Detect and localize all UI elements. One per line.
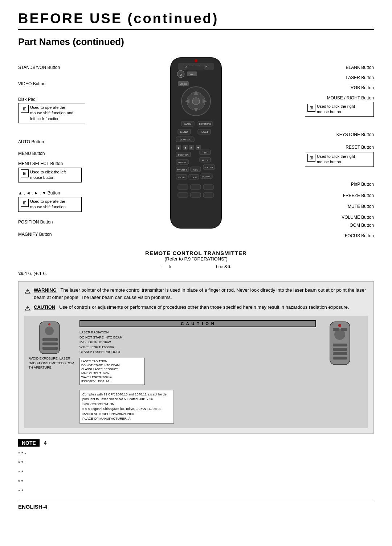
compliance-box: Complies with 21 CFR 1040.10 and 1040.11… [79,390,174,424]
svg-text:MENU: MENU [180,131,188,133]
svg-rect-57 [191,185,201,189]
diskpad-info-box: ⊞ Used to operate themouse shift functio… [18,103,85,123]
remote-subtitle: (Refer to P.9 "OPERATIONS") [18,256,374,262]
warning-icon-2: ⚠ [24,304,31,313]
bottom-lang: ENGLISH-4 [18,502,374,510]
svg-rect-8 [187,66,205,70]
label-mouse-right: MOUSE / RIGHT Button [327,95,374,100]
svg-rect-65 [42,338,58,341]
arrow-info-text: Used to operate themouse shift function. [30,199,67,210]
note-item-3: * [18,468,374,477]
svg-point-62 [195,59,197,62]
label-laser: LASER Button [346,75,374,80]
label-rgb: RGB Button [351,85,374,90]
diskpad-icon: ⊞ [21,105,29,113]
label-video: VIDEO Button [18,81,45,86]
caution-left: AVOID EXPOSURE: LASER RADIATIONS EMITTED… [29,320,76,370]
svg-rect-61 [203,193,213,197]
warning-row-1: ⚠ WARNING The laser pointer of the remot… [24,287,368,301]
svg-text:VOLUME: VOLUME [202,176,211,178]
note-item-2: * - [18,458,374,468]
arrow-info-box: ⊞ Used to operate themouse shift functio… [18,197,82,212]
warning-row-2: ⚠ CAUTION Use of controls or adjustments… [24,304,368,313]
svg-text:POSITION: POSITION [178,154,189,156]
svg-rect-77 [341,328,347,331]
note-section: NOTE 4 * - * - * * * [18,439,374,496]
svg-text:VIDEO: VIDEO [180,83,187,85]
caution-small-text: LASER RADIATION DO NOT STARE INTO BEAM C… [79,358,145,385]
svg-text:KEYSTONE: KEYSTONE [199,123,211,125]
note-label: NOTE [18,439,40,447]
caution-remote-left-svg [36,320,69,356]
label-oom: OOM Button [350,223,374,228]
label-auto: AUTO Button [18,139,44,144]
svg-rect-72 [333,348,347,351]
label-menuselect: MENU SELECT Button [18,161,63,166]
svg-text:AUTO: AUTO [184,123,191,125]
svg-rect-67 [42,347,58,350]
svg-rect-60 [191,193,201,197]
svg-text:RESET: RESET [200,131,208,133]
label-diskpad: Disk Pad [18,97,36,102]
label-reset: RESET Button [346,145,374,150]
menuselect-info-text: Used to click the leftmouse button. [30,169,66,181]
svg-text:RGB: RGB [189,73,194,75]
page-ref-line: - 5 6 & &6. [18,264,374,269]
note-item-4: * [18,477,374,487]
page-ref-6: 6 & &6. [216,264,232,269]
svg-text:MAGNIFY: MAGNIFY [177,169,187,171]
label-menu: MENU Button [18,151,45,156]
svg-text:PinP: PinP [203,152,208,154]
caution-label-box: C A U T I O N [79,320,316,327]
svg-text:GEE: GEE [193,169,198,171]
warning-body-1: The laser pointer of the remote control … [34,287,366,300]
svg-point-64 [45,327,54,335]
svg-text:FOCUS: FOCUS [178,176,185,178]
page-title: BEFORE USE (continued) [18,11,374,30]
section-title: Part Names (continued) [18,36,374,48]
label-focus: FOCUS Button [345,233,374,238]
mouse-right-icon: ⊞ [307,104,315,112]
svg-text:⏻: ⏻ [180,73,182,76]
svg-text:VOLUME: VOLUME [204,167,213,169]
svg-point-15 [192,98,200,105]
menuselect-icon: ⊞ [21,169,29,177]
svg-text:▼: ▼ [197,146,200,149]
svg-text:►: ► [190,146,193,149]
note-number: 4 [44,440,47,446]
caution-image-area: AVOID EXPOSURE: LASER RADIATIONS EMITTED… [24,316,368,428]
warning-text-1: WARNING The laser pointer of the remote … [34,287,368,301]
mouse-right-info-text: Used to click the rightmouse button. [317,104,355,115]
svg-text:▲: ▲ [177,146,180,149]
page-ref-dash: - [160,264,162,269]
note-item-1: * - [18,449,374,458]
svg-rect-58 [203,185,213,189]
warning-label-2: CAUTION [34,304,55,310]
caution-right [320,320,363,367]
reset-icon: ⊞ [307,154,315,162]
warning-icon-1: ⚠ [24,287,31,296]
arrow-icon: ⊞ [21,199,29,207]
reset-info-box: ⊞ Used to click the rightmouse button. [305,152,374,167]
svg-text:MENU SEL: MENU SEL [180,139,191,141]
svg-point-68 [48,323,50,325]
label-volume: VOLUME Button [342,215,374,220]
remote-control-image: BLANK LASER ⏻ RGB VIDEO [156,54,236,239]
page-ref-7: '/$.4 6. (+.1 6. [18,271,374,276]
svg-point-75 [338,324,341,327]
remote-title-area: REMOTE CONTROL TRANSMITTER (Refer to P.9… [18,250,374,262]
note-item-5: * [18,487,374,496]
diagram-container: STANDBY/ON Button VIDEO Button Disk Pad … [18,54,374,246]
svg-text:FREEZE: FREEZE [178,161,187,164]
label-blank: BLANK Button [346,65,374,70]
label-magnify: MAGNIFY Button [18,232,52,237]
label-standby: STANDBY/ON Button [18,65,60,70]
remote-title: REMOTE CONTROL TRANSMITTER [18,250,374,256]
reset-info-text: Used to click the rightmouse button. [317,154,355,165]
label-mute: MUTE Button [348,204,374,209]
warning-body-2: Use of controls or adjustments or perfor… [59,304,349,310]
svg-text:ZOOM: ZOOM [191,176,197,178]
svg-rect-56 [178,185,188,189]
caution-main-text: LASER RADIATION: DO NOT STARE INTO BEAM … [79,330,316,355]
mouse-right-info-box: ⊞ Used to click the rightmouse button. [305,102,374,117]
